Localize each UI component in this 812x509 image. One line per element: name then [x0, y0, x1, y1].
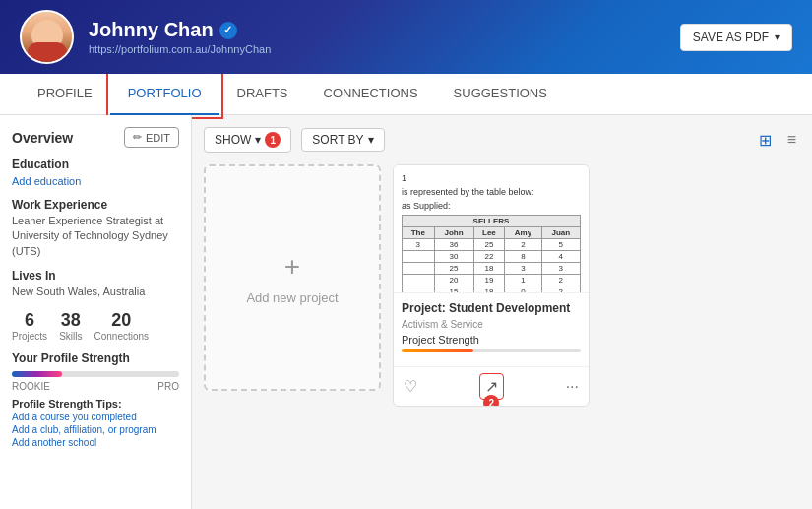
preview-table: SELLERS The John Lee Amy Juan 3362525	[402, 215, 581, 293]
project-actions: ♡ ↗ 2 ···	[394, 366, 589, 406]
work-experience-section: Work Experience Leaner Experience Strate…	[12, 198, 179, 259]
show-button[interactable]: SHOW ▾ 1	[204, 127, 291, 153]
main-content: Overview ✏ EDIT Education Add education …	[0, 115, 812, 509]
share-icon: ↗	[485, 377, 498, 396]
project-preview: 1 is represented by the table below: as …	[394, 165, 589, 293]
tip-course[interactable]: Add a course you completed	[12, 412, 179, 422]
table-cell: 1	[505, 275, 541, 286]
project-title: Project: Student Development	[402, 301, 581, 315]
add-education-link[interactable]: Add education	[12, 175, 81, 187]
table-cell: 36	[434, 239, 473, 251]
add-project-label: Add new project	[246, 290, 338, 305]
header-name: Johnny Chan ✓	[89, 19, 680, 41]
work-experience-label: Work Experience	[12, 198, 179, 212]
tab-portfolio[interactable]: PORTFOLIO	[110, 74, 219, 115]
connections-label: Connections	[94, 331, 149, 342]
table-cell: 25	[473, 239, 505, 251]
project-strength-bar	[402, 349, 581, 352]
tab-profile[interactable]: PROFILE	[20, 74, 110, 115]
table-cell: 30	[434, 251, 473, 263]
show-label: SHOW	[215, 133, 251, 147]
preview-line2: is represented by the table below:	[402, 187, 581, 197]
header: Johnny Chan ✓ https://portfolium.com.au/…	[0, 0, 812, 74]
table-cell: 3	[505, 263, 541, 275]
col-lee: Lee	[473, 227, 505, 239]
table-cell: 22	[473, 251, 505, 263]
tab-connections[interactable]: CONNECTIONS	[306, 74, 436, 115]
education-section: Education Add education	[12, 158, 179, 188]
col-john: John	[434, 227, 473, 239]
tab-drafts[interactable]: DRAFTS	[219, 74, 306, 115]
connections-count: 20	[94, 310, 149, 331]
save-pdf-button[interactable]: SAVE AS PDF ▾	[680, 24, 792, 51]
header-info: Johnny Chan ✓ https://portfolium.com.au/…	[89, 19, 680, 55]
table-cell: 18	[473, 286, 505, 294]
lives-in-text: New South Wales, Australia	[12, 285, 179, 299]
education-label: Education	[12, 158, 179, 171]
profile-strength-section: Your Profile Strength ROOKIE PRO Profile…	[12, 351, 179, 448]
profile-strength-title: Your Profile Strength	[12, 351, 179, 365]
table-cell	[403, 251, 435, 263]
table-cell: 3	[541, 263, 580, 275]
share-badge: 2	[483, 395, 499, 407]
like-button[interactable]: ♡	[402, 375, 419, 398]
work-experience-text: Leaner Experience Strategist at Universi…	[12, 214, 179, 259]
project-info: Project: Student Development Activism & …	[394, 293, 589, 366]
tab-suggestions[interactable]: SUGGESTIONS	[436, 74, 565, 115]
project-strength-fill	[402, 349, 473, 352]
chevron-down-icon: ▾	[775, 32, 780, 42]
navigation: PROFILE PORTFOLIO DRAFTS CONNECTIONS SUG…	[0, 74, 812, 115]
projects-grid: + Add new project 1 is represented by th…	[204, 164, 800, 407]
save-pdf-label: SAVE AS PDF	[693, 31, 769, 44]
table-cell: 2	[541, 286, 580, 294]
share-button[interactable]: ↗ 2	[479, 373, 504, 400]
col-juan: Juan	[541, 227, 580, 239]
sidebar: Overview ✏ EDIT Education Add education …	[0, 115, 192, 509]
add-icon: +	[284, 251, 300, 283]
edit-button[interactable]: ✏ EDIT	[124, 127, 179, 148]
lives-in-section: Lives In New South Wales, Australia	[12, 269, 179, 299]
pro-label: PRO	[157, 381, 179, 392]
toolbar-right: ⊞ ≡	[755, 129, 800, 152]
table-cell	[403, 263, 435, 275]
table-cell: 0	[505, 286, 541, 294]
sort-by-button[interactable]: SORT BY ▾	[301, 128, 384, 152]
skills-count: 38	[59, 310, 82, 331]
content-area: SHOW ▾ 1 SORT BY ▾ ⊞ ≡ + Add new project	[192, 115, 812, 509]
show-chevron-icon: ▾	[255, 133, 261, 147]
table-cell: 25	[434, 263, 473, 275]
col-amy: Amy	[505, 227, 541, 239]
profile-strength-bar	[12, 371, 179, 377]
skills-label: Skills	[59, 331, 82, 342]
edit-label: EDIT	[146, 132, 170, 144]
strength-scale: ROOKIE PRO	[12, 381, 179, 392]
avatar	[20, 10, 74, 64]
more-button[interactable]: ···	[564, 376, 581, 398]
sort-chevron-icon: ▾	[368, 133, 374, 147]
project-strength-label: Project Strength	[402, 334, 581, 346]
col-the: The	[403, 227, 435, 239]
profile-url: https://portfolium.com.au/JohnnyChan	[89, 43, 680, 55]
project-category: Activism & Service	[402, 319, 581, 330]
table-cell: 4	[541, 251, 580, 263]
connections-stat: 20 Connections	[94, 310, 149, 342]
add-project-card[interactable]: + Add new project	[204, 164, 381, 391]
tip-school[interactable]: Add another school	[12, 437, 179, 448]
skills-stat: 38 Skills	[59, 310, 82, 342]
table-cell: 8	[505, 251, 541, 263]
content-toolbar: SHOW ▾ 1 SORT BY ▾ ⊞ ≡	[204, 127, 800, 153]
preview-line3: as Supplied:	[402, 201, 581, 211]
profile-strength-fill	[12, 371, 62, 377]
table-cell: 5	[541, 239, 580, 251]
list-view-button[interactable]: ≡	[783, 129, 800, 152]
sellers-header: SELLERS	[403, 216, 581, 227]
preview-line1: 1	[402, 173, 581, 183]
sidebar-header: Overview ✏ EDIT	[12, 127, 179, 148]
table-cell: 2	[505, 239, 541, 251]
table-cell: 2	[541, 275, 580, 286]
table-cell: 15	[434, 286, 473, 294]
verified-icon: ✓	[219, 22, 237, 39]
grid-view-button[interactable]: ⊞	[755, 129, 776, 152]
tip-club[interactable]: Add a club, affiliation, or program	[12, 424, 179, 435]
toolbar-left: SHOW ▾ 1 SORT BY ▾	[204, 127, 385, 153]
